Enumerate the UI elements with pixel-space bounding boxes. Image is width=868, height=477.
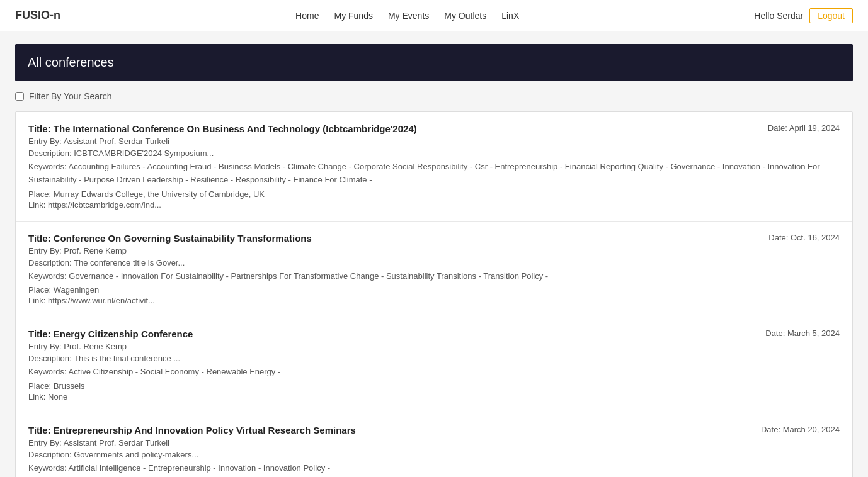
nav-my-outlets[interactable]: My Outlets [444, 11, 486, 21]
header-right: Hello Serdar Logout [754, 8, 853, 23]
conference-title: Title: Energy Citizenship Conference [28, 328, 193, 339]
page-title: All conferences [15, 44, 853, 81]
header: FUSIO-n Home My Funds My Events My Outle… [0, 0, 868, 31]
conference-keywords: Keywords: Artificial Intelligence - Entr… [28, 462, 840, 475]
user-greeting: Hello Serdar [754, 11, 803, 21]
conference-place: Place: Murray Edwards College, the Unive… [28, 189, 840, 199]
conference-card: Title: Conference On Governing Sustainab… [16, 222, 852, 318]
nav-home[interactable]: Home [295, 11, 319, 21]
conference-keywords: Keywords: Active Citizenship - Social Ec… [28, 366, 840, 379]
conference-date: Date: April 19, 2024 [768, 123, 840, 133]
conference-place: Place: Brussels [28, 381, 840, 391]
conference-list: Title: The International Conference On B… [15, 111, 853, 477]
conference-date: Date: March 20, 2024 [761, 425, 840, 434]
logo: FUSIO-n [15, 9, 60, 22]
conference-title-row: Title: Conference On Governing Sustainab… [28, 233, 840, 244]
conference-title-row: Title: Energy Citizenship Conference Dat… [28, 328, 840, 339]
conference-description: Description: The conference title is Gov… [28, 258, 840, 267]
page-body: All conferences Filter By Your Search Ti… [0, 31, 868, 477]
filter-checkbox[interactable] [15, 92, 24, 101]
conference-keywords: Keywords: Governance - Innovation For Su… [28, 270, 840, 283]
conference-description: Description: This is the final conferenc… [28, 354, 840, 363]
nav-linx[interactable]: LinX [501, 11, 519, 21]
conference-title: Title: The International Conference On B… [28, 123, 417, 134]
conference-place: Place: Wageningen [28, 285, 840, 295]
conference-card: Title: Energy Citizenship Conference Dat… [16, 317, 852, 413]
conference-entry: Entry By: Prof. Rene Kemp [28, 342, 840, 351]
conference-title-row: Title: The International Conference On B… [28, 123, 840, 134]
conference-card: Title: The International Conference On B… [16, 112, 852, 222]
conference-entry: Entry By: Assistant Prof. Serdar Turkeli [28, 137, 840, 146]
conference-entry: Entry By: Assistant Prof. Serdar Turkeli [28, 438, 840, 447]
main-nav: Home My Funds My Events My Outlets LinX [295, 11, 519, 21]
conference-description: Description: Governments and policy-make… [28, 450, 840, 459]
conference-entry: Entry By: Prof. Rene Kemp [28, 246, 840, 255]
conference-title: Title: Conference On Governing Sustainab… [28, 233, 312, 244]
conference-link: Link: https://icbtcambridge.com/ind... [28, 200, 840, 210]
nav-my-funds[interactable]: My Funds [334, 11, 372, 21]
logout-button[interactable]: Logout [809, 8, 853, 23]
conference-date: Date: March 5, 2024 [765, 328, 840, 338]
conference-description: Description: ICBTCAMBRIDGE'2024 Symposiu… [28, 149, 840, 158]
conference-keywords: Keywords: Accounting Failures - Accounti… [28, 160, 840, 187]
conference-link: Link: https://www.wur.nl/en/activit... [28, 296, 840, 305]
conference-date: Date: Oct. 16, 2024 [768, 233, 840, 242]
conference-title: Title: Entrepreneurship And Innovation P… [28, 425, 356, 435]
conference-link: Link: None [28, 392, 840, 401]
conference-card: Title: Entrepreneurship And Innovation P… [16, 413, 852, 477]
conference-title-row: Title: Entrepreneurship And Innovation P… [28, 425, 840, 435]
nav-my-events[interactable]: My Events [388, 11, 429, 21]
filter-label: Filter By Your Search [29, 91, 112, 101]
filter-row: Filter By Your Search [15, 91, 853, 101]
